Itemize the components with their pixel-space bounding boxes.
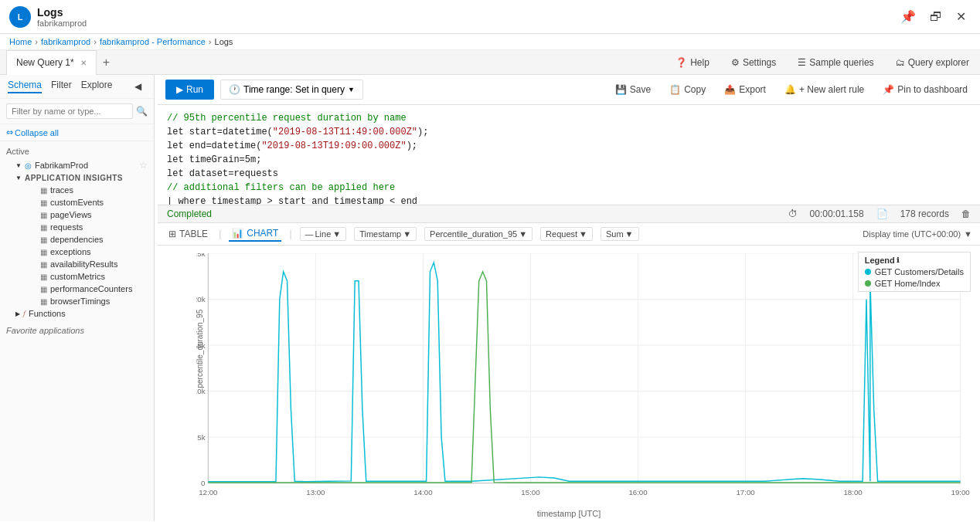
status-completed: Completed — [167, 208, 212, 219]
favorite-star-icon[interactable]: ☆ — [139, 160, 148, 171]
chevron-down-icon: ▼ — [332, 229, 341, 239]
table-icon: ▦ — [40, 198, 47, 207]
app-title: Logs fabrikamprod — [37, 6, 87, 28]
tab-new-query-1[interactable]: New Query 1* ✕ — [6, 50, 97, 75]
table-icon: ▦ — [40, 211, 47, 219]
timestamp-dropdown[interactable]: Timestamp ▼ — [354, 227, 417, 241]
tab-filter[interactable]: Filter — [51, 80, 72, 93]
sidebar-header: Schema Filter Explore ◀ — [0, 75, 154, 99]
pin-button[interactable]: 📌 — [896, 8, 920, 25]
close-button[interactable]: ✕ — [951, 8, 971, 25]
sidebar-item-traces[interactable]: ▦ traces — [25, 184, 154, 196]
sidebar-tabs: Schema Filter Explore — [8, 80, 112, 93]
help-icon: ❓ — [675, 57, 687, 68]
code-line-2: let start=datetime("2019-08-13T11:49:00.… — [167, 125, 971, 139]
explorer-icon: 🗂 — [896, 57, 905, 68]
query-explorer-button[interactable]: 🗂 Query explorer — [891, 54, 974, 71]
results-status-bar: Completed ⏱ 00:00:01.158 📄 178 records 🗑 — [158, 205, 980, 223]
results-meta: ⏱ 00:00:01.158 📄 178 records 🗑 — [788, 208, 971, 219]
chevron-down-icon: ▼ — [348, 86, 355, 93]
code-line-6: // additional filters can be applied her… — [167, 181, 971, 195]
svg-text:0: 0 — [201, 479, 206, 487]
tab-chart[interactable]: 📊 CHART — [229, 226, 281, 242]
pin-dashboard-button[interactable]: 📌 Pin to dashboard — [878, 81, 972, 98]
favorite-applications-label: Favorite applications — [0, 323, 154, 337]
sidebar-item-label: customMetrics — [50, 272, 105, 281]
line-dropdown[interactable]: — Line ▼ — [300, 227, 347, 241]
chevron-right-icon: ▶ — [15, 310, 20, 317]
x-axis-label: timestamp [UTC] — [537, 509, 601, 518]
svg-text:19:00: 19:00 — [951, 488, 971, 497]
tab-schema[interactable]: Schema — [8, 80, 42, 93]
tab-close-icon[interactable]: ✕ — [80, 59, 87, 67]
export-button[interactable]: 📤 Export — [720, 81, 771, 98]
collapse-all-row: ⇔ Collapse all — [0, 124, 154, 141]
restore-button[interactable]: 🗗 — [925, 8, 947, 25]
breadcrumb-current: Logs — [215, 37, 233, 46]
svg-text:5k: 5k — [197, 433, 205, 442]
chevron-down-icon: ▼ — [625, 229, 634, 239]
add-tab-button[interactable]: + — [97, 53, 116, 73]
code-editor[interactable]: // 95th percentile request duration by n… — [158, 105, 980, 205]
legend-item-0: GET Customers/Details — [865, 267, 964, 276]
time-range-button[interactable]: 🕐 Time range: Set in query ▼ — [220, 80, 363, 100]
sum-dropdown[interactable]: Sum ▼ — [601, 227, 639, 241]
sidebar-item-dependencies[interactable]: ▦ dependencies — [25, 233, 154, 246]
sidebar-item-customevents[interactable]: ▦ customEvents — [25, 196, 154, 208]
run-button[interactable]: ▶ Run — [165, 80, 214, 100]
title-bar-right: 📌 🗗 ✕ — [896, 8, 971, 25]
title-bar: L Logs fabrikamprod 📌 🗗 ✕ — [0, 0, 980, 34]
svg-text:10k: 10k — [196, 387, 206, 395]
sidebar-item-fabrikamprod[interactable]: ▼ ◎ FabrikamProd ☆ — [0, 158, 154, 172]
svg-text:25k: 25k — [196, 253, 206, 258]
breadcrumb-home[interactable]: Home — [9, 37, 32, 46]
sidebar-item-label: customEvents — [50, 198, 104, 207]
sidebar-item-availability[interactable]: ▦ availabilityResults — [25, 258, 154, 270]
breadcrumb-fabrikamprod[interactable]: fabrikamprod — [41, 37, 90, 46]
collapse-all-button[interactable]: ⇔ Collapse all — [6, 127, 59, 137]
settings-icon: ⚙ — [731, 57, 740, 68]
tab-explore[interactable]: Explore — [81, 80, 113, 93]
chart-svg: 25k20k15k10k5k012:0013:0014:0015:0016:00… — [196, 253, 972, 498]
sidebar-item-label: Functions — [29, 309, 66, 318]
chevron-down-icon: ▼ — [15, 162, 22, 169]
filter-input[interactable] — [6, 103, 133, 119]
sidebar-item-custommetrics[interactable]: ▦ customMetrics — [25, 270, 154, 283]
sample-queries-button[interactable]: ☰ Sample queries — [793, 54, 878, 71]
results-tabs-bar: ⊞ TABLE | 📊 CHART | — Line ▼ Timestamp ▼ — [158, 223, 980, 246]
sidebar-item-exceptions[interactable]: ▦ exceptions — [25, 246, 154, 258]
app-insights-children: ▦ traces ▦ customEvents ▦ pageViews ▦ re… — [0, 184, 154, 307]
code-line-3: let end=datetime("2019-08-13T19:09:00.00… — [167, 139, 971, 153]
new-alert-button[interactable]: 🔔 + New alert rule — [780, 81, 869, 98]
sidebar-item-pageviews[interactable]: ▦ pageViews — [25, 208, 154, 221]
help-button[interactable]: ❓ Help — [671, 54, 714, 71]
breadcrumb-performance[interactable]: fabrikamprod - Performance — [100, 37, 206, 46]
sidebar-item-requests[interactable]: ▦ requests — [25, 221, 154, 233]
legend-item-1: GET Home/Index — [865, 279, 964, 288]
app-icon: L — [9, 6, 31, 28]
settings-button[interactable]: ⚙ Settings — [726, 54, 781, 71]
svg-text:13:00: 13:00 — [306, 488, 325, 497]
save-button[interactable]: 💾 Save — [611, 81, 655, 98]
app-title-main: Logs — [37, 6, 87, 19]
svg-text:16:00: 16:00 — [628, 488, 648, 497]
copy-button[interactable]: 📋 Copy — [665, 81, 710, 98]
legend-label-0: GET Customers/Details — [875, 267, 964, 276]
chevron-down-icon: ▼ — [403, 229, 411, 239]
tab-table[interactable]: ⊞ TABLE — [165, 227, 211, 241]
filter-row: 🔍 — [0, 99, 154, 124]
delete-icon[interactable]: 🗑 — [961, 208, 971, 219]
sidebar-toggle-button[interactable]: ◀ — [130, 80, 146, 93]
run-icon: ▶ — [176, 84, 183, 95]
sidebar-item-performancecounters[interactable]: ▦ performanceCounters — [25, 283, 154, 295]
sidebar-item-label: requests — [50, 222, 83, 232]
request-dropdown[interactable]: Request ▼ — [540, 227, 593, 241]
duration-dropdown[interactable]: Percentile_duration_95 ▼ — [424, 227, 533, 241]
code-line-5: let dataset=requests — [167, 167, 971, 181]
sidebar-item-functions[interactable]: ▶ 𝑓 Functions — [0, 307, 154, 320]
pin-icon: 📌 — [883, 84, 894, 95]
sidebar-item-browsertimings[interactable]: ▦ browserTimings — [25, 295, 154, 307]
sidebar-item-app-insights[interactable]: ▼ APPLICATION INSIGHTS — [0, 172, 154, 184]
chevron-down-icon: ▼ — [964, 229, 972, 239]
export-icon: 📤 — [724, 84, 736, 95]
